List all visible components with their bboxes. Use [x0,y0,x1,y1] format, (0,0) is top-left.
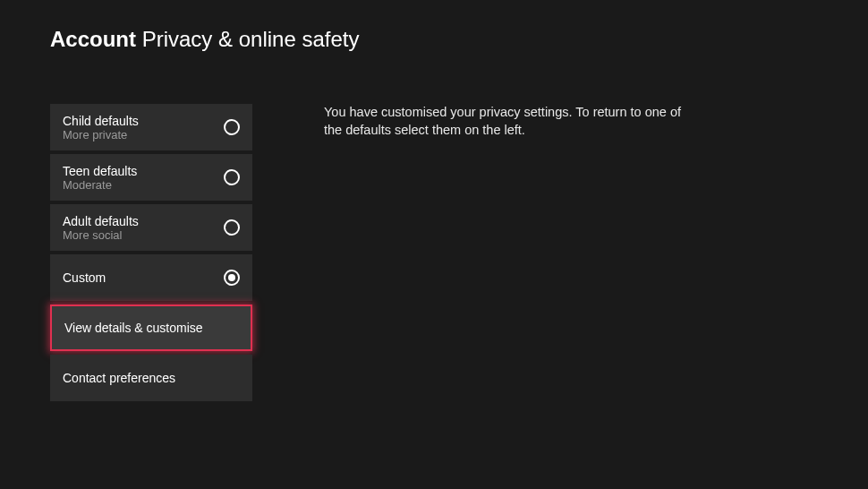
options-panel: Child defaults More private Teen default… [50,104,252,401]
option-text: Custom [63,270,106,285]
option-sublabel: Moderate [63,178,137,192]
radio-icon [224,169,240,185]
option-custom[interactable]: Custom [50,254,252,301]
option-label: Adult defaults [63,214,139,228]
option-text: Adult defaults More social [63,214,139,242]
page-title-rest: Privacy & online safety [142,27,360,51]
page-title: Account Privacy & online safety [50,27,868,52]
option-label: View details & customise [64,321,203,335]
radio-icon [224,219,240,236]
content-area: Child defaults More private Teen default… [0,52,868,401]
option-sublabel: More social [63,228,139,242]
page-title-bold: Account [50,27,136,51]
radio-icon-selected [224,270,240,286]
option-label: Teen defaults [63,164,137,178]
option-adult-defaults[interactable]: Adult defaults More social [50,204,252,251]
view-details-button[interactable]: View details & customise [50,305,252,351]
contact-preferences-button[interactable]: Contact preferences [50,355,252,401]
option-text: Contact preferences [63,371,175,385]
option-label: Contact preferences [63,371,175,385]
option-sublabel: More private [63,128,139,142]
page-header: Account Privacy & online safety [0,0,868,52]
description-panel: You have customised your privacy setting… [252,104,753,401]
option-text: Child defaults More private [63,114,139,142]
option-label: Custom [63,270,106,285]
option-child-defaults[interactable]: Child defaults More private [50,104,252,150]
option-teen-defaults[interactable]: Teen defaults Moderate [50,154,252,201]
description-text: You have customised your privacy setting… [324,104,700,139]
option-text: View details & customise [64,321,203,335]
option-label: Child defaults [63,114,139,128]
radio-icon [224,119,240,135]
option-text: Teen defaults Moderate [63,164,137,192]
